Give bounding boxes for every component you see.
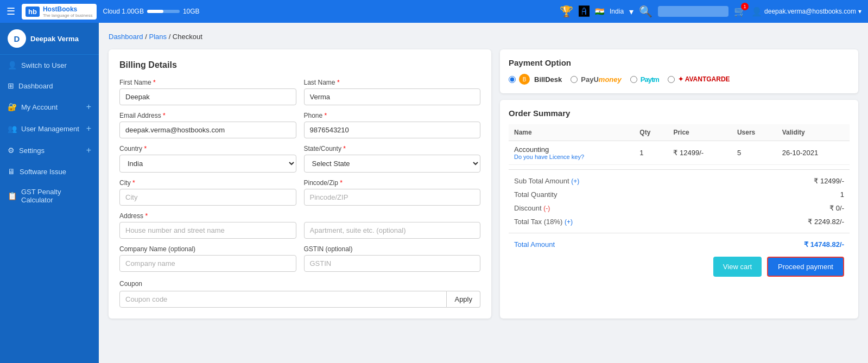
state-select[interactable]: Select State [304,155,481,173]
payment-method-avantgarde[interactable]: ✦ AVANTGARDE [668,75,730,83]
cart-icon[interactable]: 🛒 1 [734,5,746,17]
sidebar-item-label-gst-penalty: GST Penalty Calculator [21,188,91,204]
dropdown-arrow-india[interactable]: ▾ [629,7,633,17]
ca-icon[interactable]: 🅰 [579,5,590,18]
pincode-label: Pincode/Zip * [304,179,481,187]
gst-penalty-icon: 📋 [8,192,17,200]
last-name-label: Last Name * [304,79,481,86]
company-label: Company Name (optional) [119,245,296,253]
paytm-label: Paytm [641,75,659,84]
user-dropdown-arrow[interactable]: ▾ [858,8,861,15]
sidebar-item-label-my-account: My Account [21,103,58,111]
billdesk-icon: B [519,74,530,85]
my-account-icon: 🔐 [8,103,17,111]
order-summary-title: Order Summary [509,109,850,118]
total-qty-value: 1 [840,190,844,199]
col-users: Users [732,124,777,141]
sidebar-item-user-management[interactable]: 👥 User Management + [0,118,99,139]
billing-title: Billing Details [119,60,480,70]
gstin-input[interactable] [304,255,481,272]
tax-plus[interactable]: (+) [565,218,573,226]
total-qty-row: Total Quantity 1 [509,188,850,201]
sidebar-username: Deepak Verma [30,35,79,43]
discount-label: Discount (-) [514,204,550,212]
sidebar-item-settings[interactable]: ⚙ Settings + [0,139,99,161]
payment-method-billdesk[interactable]: B BillDesk [509,74,562,85]
sidebar-item-dashboard[interactable]: ⊞ Dashboard [0,75,99,96]
tax-value: ₹ 2249.82/- [808,218,844,226]
city-input[interactable] [119,189,296,206]
payumoney-radio[interactable] [571,76,578,83]
sub-total-value: ₹ 12499/- [814,177,844,185]
cloud-limit: 10GB [183,8,200,15]
payumoney-label: PayUmoney [581,75,621,84]
country-select[interactable]: India [119,155,296,173]
apply-coupon-button[interactable]: Apply [447,291,480,308]
sidebar-item-software-issue[interactable]: 🖥 Software Issue [0,161,99,182]
order-table-row: Accounting Do you have Licence key? 1 ₹ … [509,141,850,165]
proceed-payment-button[interactable]: Proceed payment [767,257,844,277]
sidebar-item-label-user-management: User Management [21,125,79,133]
view-cart-button[interactable]: View cart [713,257,762,277]
cloud-bar-background [147,10,180,13]
payment-method-paytm[interactable]: Paytm [630,75,659,84]
hamburger-icon[interactable]: ☰ [7,5,15,17]
total-amount-value: ₹ 14748.82/- [804,240,844,249]
sub-total-plus[interactable]: (+) [571,177,579,185]
my-account-plus-icon[interactable]: + [86,102,91,112]
india-label[interactable]: India [610,8,624,15]
breadcrumb: Dashboard / Plans / Checkout [109,33,858,41]
user-account-info[interactable]: 👤 deepak.verma@hostbooks.com ▾ [751,7,861,17]
order-summary-card: Order Summary Name Qty Price Users Valid… [500,100,858,319]
coupon-input[interactable] [119,291,447,308]
last-name-input[interactable] [304,88,481,105]
paytm-radio[interactable] [630,76,637,83]
phone-input[interactable] [304,122,481,138]
payment-option-title: Payment Option [509,58,850,67]
email-label: Email Address * [119,112,296,119]
order-users: 5 [732,141,777,165]
logo-brand: HostBooks [43,5,93,13]
licence-key-link[interactable]: Do you have Licence key? [514,154,629,160]
dashboard-icon: ⊞ [8,81,14,90]
sidebar-user: D Deepak Verma [0,23,99,55]
search-icon[interactable]: 🔍 [639,5,652,18]
pincode-input[interactable] [304,189,481,206]
breadcrumb-plans[interactable]: Plans [149,33,167,41]
software-issue-icon: 🖥 [8,167,15,176]
fire-icon[interactable]: 🏆 [560,5,573,18]
topnav-right-section: 🏆 🅰 🇮🇳 India ▾ 🔍 🛒 1 👤 deepak.verma@host… [560,5,861,18]
cart-count: 1 [741,3,749,10]
logo: hb HostBooks The language of business [22,4,97,20]
cloud-bar-fill [147,10,163,13]
billdesk-radio[interactable] [509,76,516,83]
phone-label: Phone * [304,112,481,119]
payment-method-payumoney[interactable]: PayUmoney [571,75,621,84]
sidebar-item-switch-to-user[interactable]: 👤 Switch to User [0,55,99,75]
sidebar-item-label-software-issue: Software Issue [20,168,66,176]
gstin-label: GSTIN (optional) [304,245,481,253]
user-management-plus-icon[interactable]: + [86,124,91,133]
payment-methods: B BillDesk PayUmoney Paytm [509,74,850,85]
action-row: View cart Proceed payment [509,251,850,277]
sidebar-item-my-account[interactable]: 🔐 My Account + [0,96,99,118]
first-name-input[interactable] [119,88,296,105]
address-label: Address * [119,212,480,220]
address1-input[interactable] [119,222,296,239]
sidebar-item-label-settings: Settings [19,147,45,155]
settings-icon: ⚙ [8,146,15,155]
logo-tagline: The language of business [43,13,93,18]
company-input[interactable] [119,255,296,272]
address2-input[interactable] [304,222,481,239]
user-email: deepak.verma@hostbooks.com [764,8,856,15]
settings-plus-icon[interactable]: + [86,145,91,155]
avantgarde-radio[interactable] [668,76,675,83]
email-input[interactable] [119,122,296,138]
sidebar-item-gst-penalty[interactable]: 📋 GST Penalty Calculator [0,182,99,210]
discount-minus: (-) [543,205,550,212]
search-input[interactable] [658,6,728,17]
discount-row: Discount (-) ₹ 0/- [509,201,850,215]
breadcrumb-dashboard[interactable]: Dashboard [109,33,143,41]
avantgarde-label: ✦ AVANTGARDE [678,75,730,83]
sub-total-row: Sub Total Amount (+) ₹ 12499/- [509,174,850,188]
